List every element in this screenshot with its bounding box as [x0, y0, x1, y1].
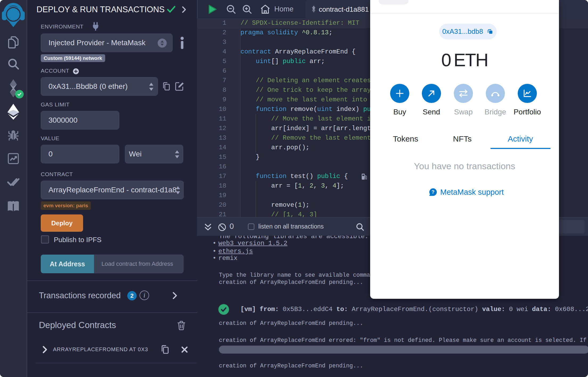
svg-text:?: ?: [432, 189, 435, 195]
